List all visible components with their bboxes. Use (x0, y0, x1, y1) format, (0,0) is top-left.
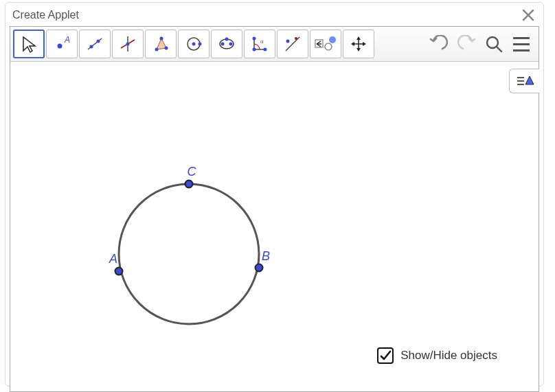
svg-line-23 (286, 37, 299, 51)
svg-point-14 (199, 43, 202, 46)
svg-point-7 (126, 43, 130, 46)
point-C[interactable] (185, 180, 194, 189)
svg-point-21 (264, 48, 267, 51)
redo-icon[interactable] (456, 34, 477, 54)
search-icon[interactable] (484, 34, 504, 54)
slider-tool[interactable] (310, 30, 341, 58)
circle-tool[interactable] (178, 30, 209, 58)
svg-point-3 (90, 45, 93, 49)
move-view-tool[interactable] (343, 30, 374, 58)
window-title: Create Applet (12, 9, 79, 21)
svg-point-0 (58, 44, 63, 49)
menu-icon[interactable] (511, 34, 532, 54)
svg-point-13 (192, 43, 196, 46)
svg-point-20 (253, 37, 256, 41)
applet-panel: Create Applet A (5, 2, 544, 387)
svg-point-18 (225, 38, 229, 41)
point-tool[interactable]: A (46, 30, 78, 58)
titlebar: Create Applet (5, 3, 543, 26)
toolbar: A α (10, 27, 539, 62)
construction-svg (10, 62, 546, 391)
polygon-tool[interactable] (145, 30, 177, 58)
show-hide-checkbox[interactable] (377, 347, 394, 364)
point-A[interactable] (115, 267, 124, 276)
svg-line-2 (88, 38, 102, 49)
svg-line-32 (497, 47, 501, 51)
close-icon[interactable] (520, 7, 536, 23)
point-B[interactable] (255, 264, 264, 273)
svg-point-9 (155, 48, 159, 51)
svg-point-11 (160, 37, 163, 41)
svg-point-17 (229, 43, 233, 46)
svg-point-16 (221, 43, 225, 46)
svg-point-28 (329, 36, 336, 43)
svg-point-19 (253, 48, 256, 51)
svg-text:A: A (64, 35, 70, 45)
ellipse-tool[interactable] (211, 30, 242, 58)
show-hide-label: Show/Hide objects (400, 349, 497, 362)
svg-point-24 (286, 40, 290, 43)
perpendicular-tool[interactable] (112, 30, 144, 58)
svg-point-27 (325, 43, 332, 50)
graphics-view[interactable]: A B C Show/Hide objects (10, 62, 539, 391)
svg-text:α: α (260, 38, 264, 45)
reflect-tool[interactable] (277, 30, 308, 58)
point-B-label: B (262, 249, 270, 264)
workspace: A α (10, 26, 539, 392)
svg-point-10 (165, 47, 168, 50)
point-A-label: A (109, 252, 117, 266)
svg-point-4 (97, 40, 100, 43)
toolbar-right (429, 34, 536, 54)
move-tool[interactable] (13, 30, 45, 58)
undo-icon[interactable] (429, 34, 449, 54)
svg-point-25 (295, 37, 297, 40)
point-C-label: C (188, 165, 196, 179)
circle-object[interactable] (119, 184, 259, 324)
line-tool[interactable] (79, 30, 111, 58)
angle-tool[interactable]: α (244, 30, 275, 58)
show-hide-checkbox-group: Show/Hide objects (377, 347, 497, 364)
